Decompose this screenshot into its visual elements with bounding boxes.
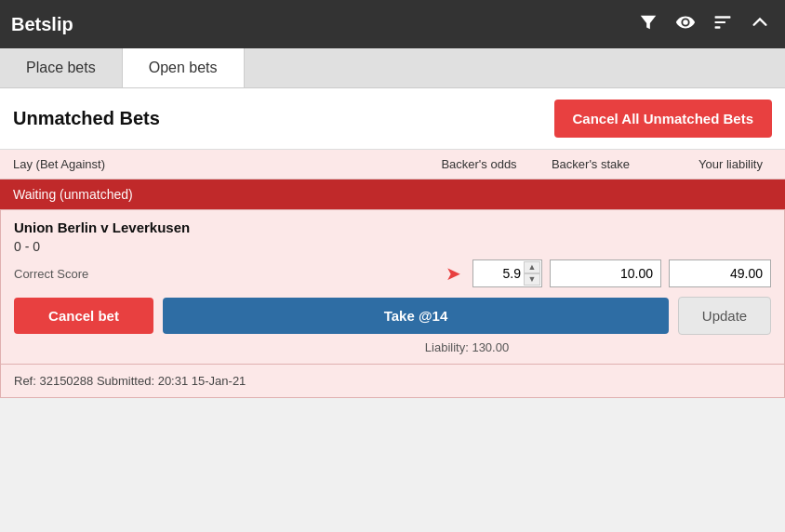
odds-spinners: ▲ ▼ — [524, 261, 540, 286]
bet-match-title: Union Berlin v Leverkusen — [14, 219, 771, 235]
ref-footer: Ref: 32150288 Submitted: 20:31 15-Jan-21 — [0, 365, 785, 398]
waiting-label: Waiting (unmatched) — [13, 187, 133, 202]
liability-input[interactable] — [669, 259, 771, 287]
unmatched-title: Unmatched Bets — [13, 108, 554, 129]
app-title: Betslip — [11, 14, 634, 35]
bet-type-label: Correct Score — [14, 267, 88, 281]
take-button[interactable]: Take @14 — [163, 298, 669, 334]
unmatched-header: Unmatched Bets Cancel All Unmatched Bets — [0, 88, 785, 150]
update-button[interactable]: Update — [678, 297, 771, 335]
filter-icon[interactable] — [634, 8, 662, 41]
waiting-status-row: Waiting (unmatched) — [0, 180, 785, 209]
tab-place-bets[interactable]: Place bets — [0, 48, 123, 87]
action-row: Cancel bet Take @14 Update — [14, 297, 771, 335]
odds-area: ➤ ▲ ▼ — [446, 259, 771, 287]
col-backers-stake-label: Backer's stake — [530, 157, 651, 171]
tabs: Place bets Open bets — [0, 48, 785, 88]
col-lay-label: Lay (Bet Against) — [13, 157, 428, 171]
arrow-icon: ➤ — [446, 262, 461, 285]
cancel-all-unmatched-button[interactable]: Cancel All Unmatched Bets — [554, 100, 773, 138]
odds-input-wrapper: ▲ ▼ — [472, 259, 542, 287]
odds-spin-down[interactable]: ▼ — [524, 273, 540, 286]
column-headers: Lay (Bet Against) Backer's odds Backer's… — [0, 150, 785, 180]
odds-spin-up[interactable]: ▲ — [524, 261, 540, 273]
header: Betslip — [0, 0, 785, 48]
col-your-liability-label: Your liability — [651, 157, 772, 171]
liability-display: Liability: 130.00 — [163, 340, 771, 354]
sort-icon[interactable] — [709, 8, 737, 41]
bet-score: 0 - 0 — [14, 239, 771, 254]
cancel-bet-button[interactable]: Cancel bet — [14, 298, 153, 334]
stake-input[interactable] — [550, 259, 661, 287]
tab-open-bets[interactable]: Open bets — [123, 48, 245, 87]
header-icons — [634, 8, 774, 41]
bet-card: Union Berlin v Leverkusen 0 - 0 Correct … — [0, 209, 785, 365]
eye-icon[interactable] — [672, 8, 699, 41]
col-backers-odds-label: Backer's odds — [428, 157, 530, 171]
main-content: Unmatched Bets Cancel All Unmatched Bets… — [0, 88, 785, 398]
chevron-up-icon[interactable] — [746, 8, 774, 41]
ref-text: Ref: 32150288 Submitted: 20:31 15-Jan-21 — [14, 374, 246, 388]
